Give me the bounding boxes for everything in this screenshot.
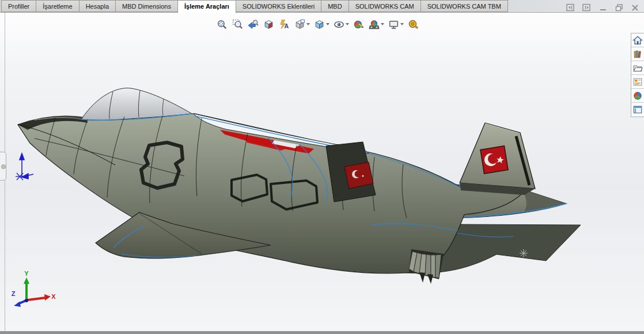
hide-show-items-icon[interactable] [332,17,346,31]
engine-nozzle [409,249,444,284]
tab-solidworks-cam-tbm[interactable]: SOLIDWORKS CAM TBM [421,0,508,12]
edit-appearance-icon[interactable] [351,17,365,31]
design-library-icon[interactable] [631,47,644,61]
jet-model [18,88,581,284]
tab-solidworks-cam[interactable]: SOLIDWORKS CAM [348,0,421,12]
solidworks-resources-icon[interactable] [631,33,644,47]
hide-show-items-dropdown[interactable] [346,23,349,25]
restore-button[interactable] [615,3,623,12]
orientation-triad: Y X Z [12,270,56,307]
appearances-scenes-icon[interactable] [631,89,644,103]
sketch-origin-icon [16,153,33,180]
view-palette-icon[interactable] [631,75,644,89]
custom-properties-icon[interactable] [631,103,644,117]
solidworks-window: Y X Z Profiller İşaretleme Hesapla MBD D… [0,0,644,334]
feature-pane-flyout-tab[interactable] [0,152,6,181]
turkish-flag [480,146,508,174]
tab-mbd[interactable]: MBD [321,0,348,12]
view-settings-icon[interactable] [387,17,400,31]
tab-isleme-araclari[interactable]: İşleme Araçları [177,0,236,13]
part-origin-marker [520,249,528,257]
apply-scene-dropdown[interactable] [381,23,384,25]
display-style-icon[interactable] [312,17,326,31]
triad-y-label: Y [24,270,29,277]
tab-isaretleme[interactable]: İşaretleme [36,0,79,12]
heads-up-view-toolbar: A [215,17,420,31]
file-explorer-icon[interactable] [631,61,644,75]
flyout-dot-icon [1,164,6,169]
zoom-to-area-icon[interactable] [230,17,244,31]
display-style-dropdown[interactable] [326,23,329,25]
previous-view-icon[interactable] [246,17,260,31]
triad-z-label: Z [12,290,16,297]
window-bottom-edge [0,331,644,334]
command-manager-tabbar: Profiller İşaretleme Hesapla MBD Dimensi… [0,0,644,13]
triad-x-label: X [51,293,56,300]
collapse-right-icon[interactable] [582,3,591,12]
view-settings-dropdown[interactable] [400,23,404,25]
apply-scene-icon[interactable] [367,17,381,31]
minimize-button[interactable] [598,3,607,12]
tab-profiller[interactable]: Profiller [1,0,36,12]
task-pane [631,33,644,117]
window-controls [566,3,639,12]
close-button[interactable] [631,3,639,12]
svg-text:A: A [284,22,289,29]
tab-solidworks-eklentileri[interactable]: SOLIDWORKS Eklentileri [236,0,321,12]
3d-scene[interactable]: Y X Z [0,0,644,334]
zoom-to-fit-icon[interactable] [215,17,229,31]
collapse-left-icon[interactable] [566,3,575,12]
measure-icon[interactable] [406,17,420,31]
section-view-icon[interactable] [262,17,275,31]
dynamic-annotation-views-icon[interactable]: A [277,17,291,31]
tab-hesapla[interactable]: Hesapla [79,0,116,12]
tab-mbd-dimensions[interactable]: MBD Dimensions [115,0,178,12]
view-orientation-icon[interactable] [293,17,306,31]
view-orientation-dropdown[interactable] [306,23,310,25]
